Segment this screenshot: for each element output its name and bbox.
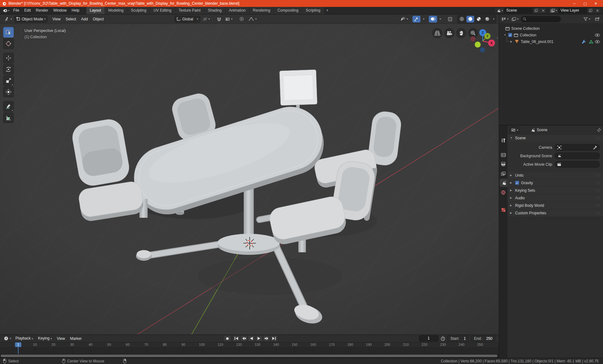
timeline-scrollbar[interactable] — [1, 355, 497, 357]
overlays-dropdown[interactable]: ▾ — [438, 16, 443, 23]
blender-logo-icon[interactable] — [1, 8, 8, 13]
timeline-ruler[interactable]: » 10203040506070809010011012013014015016… — [0, 342, 499, 354]
shading-rendered-button[interactable] — [483, 16, 491, 23]
viewport-menu-view[interactable]: View — [50, 16, 63, 23]
tab-scene[interactable] — [500, 179, 508, 187]
viewport-canvas[interactable] — [0, 24, 499, 335]
menu-render[interactable]: Render — [33, 7, 51, 14]
editor-type-button[interactable]: ▾ — [3, 16, 14, 23]
scene-selector[interactable]: ▾ Scene ✕ — [494, 8, 547, 13]
panel-keying-sets[interactable]: ▶Keying Sets:::: — [508, 187, 603, 194]
camera-field[interactable] — [555, 144, 600, 151]
snap-toggle[interactable] — [215, 16, 223, 23]
measure-tool[interactable] — [3, 112, 14, 123]
tab-uv-editing[interactable]: UV Editing — [150, 7, 175, 14]
auto-keyframe-button[interactable] — [224, 335, 231, 341]
proportional-falloff-dropdown[interactable]: ▾ — [247, 16, 258, 23]
pivot-point-dropdown[interactable]: ▾ — [201, 16, 212, 23]
object-visibility-dropdown[interactable]: ▾ — [398, 16, 410, 23]
scene-name[interactable]: Scene — [504, 8, 533, 13]
start-frame-field[interactable]: Start:1 — [447, 335, 469, 341]
panel-rigid-body-world[interactable]: ▶Rigid Body World:::: — [508, 202, 603, 209]
snap-target-dropdown[interactable]: ▾ — [224, 16, 234, 23]
menu-file[interactable]: File — [11, 7, 22, 14]
panel-drag-handle[interactable]: :::: — [596, 189, 600, 192]
prev-keyframe-button[interactable] — [240, 335, 247, 341]
panel-drag-handle[interactable]: :::: — [596, 211, 600, 215]
camera-view-icon[interactable] — [444, 28, 454, 38]
tab-scripting[interactable]: Scripting — [302, 7, 324, 14]
outliner-row-scene-collection[interactable]: Scene Collection — [499, 25, 603, 32]
current-frame-badge[interactable]: 1 — [15, 342, 21, 347]
tab-view-layer[interactable] — [499, 169, 508, 178]
tab-texture-paint[interactable]: Texture Paint — [175, 7, 204, 14]
panel-drag-handle[interactable]: :::: — [596, 181, 600, 185]
timeline-menu-playback[interactable]: Playback ▾ — [13, 335, 35, 342]
close-button[interactable]: ✕ — [590, 0, 601, 7]
annotate-tool[interactable] — [3, 101, 14, 112]
proportional-editing-toggle[interactable] — [237, 16, 246, 23]
gizmos-toggle[interactable] — [412, 16, 421, 23]
tab-sculpting[interactable]: Sculpting — [128, 7, 150, 14]
play-reverse-button[interactable] — [248, 335, 255, 341]
play-button[interactable] — [255, 335, 263, 341]
minimize-button[interactable]: ─ — [569, 0, 580, 7]
collection-label[interactable]: Collection — [520, 33, 536, 37]
outliner-row-object[interactable]: ▶ Table_06_pivot.001 — [499, 38, 603, 45]
eye-icon[interactable] — [595, 40, 600, 43]
viewport-menu-add[interactable]: Add — [79, 16, 90, 23]
overlays-toggle[interactable] — [429, 16, 437, 23]
jump-to-end-button[interactable] — [270, 335, 278, 341]
move-tool[interactable] — [3, 53, 14, 63]
panel-drag-handle[interactable]: :::: — [596, 196, 600, 200]
viewport-menu-object[interactable]: Object — [90, 16, 106, 23]
timeline-menu-marker[interactable]: Marker — [68, 335, 84, 342]
tab-output[interactable] — [499, 160, 508, 168]
outliner-filter-button[interactable]: ▾ — [582, 16, 592, 23]
eye-icon[interactable] — [595, 34, 600, 37]
new-collection-button[interactable] — [593, 16, 601, 23]
tab-render[interactable] — [499, 151, 508, 159]
3d-viewport[interactable]: ▾ Object Mode ▾ ViewSelectAddObject Glob… — [0, 14, 499, 335]
xray-toggle[interactable] — [446, 16, 454, 23]
outliner-search-input[interactable] — [521, 16, 561, 22]
end-frame-field[interactable]: End:250 — [471, 335, 496, 341]
tab-world[interactable] — [499, 188, 508, 196]
timeline-editor-type-button[interactable]: ▾ — [2, 335, 13, 342]
gizmo-minus-z[interactable] — [480, 47, 485, 52]
transform-tool[interactable] — [3, 87, 14, 97]
active-movie-clip-field[interactable] — [555, 161, 600, 168]
remove-view-layer-button[interactable]: ✕ — [594, 8, 601, 13]
panel-scene-header[interactable]: ▼ Scene :::: — [508, 134, 603, 141]
tab-shading[interactable]: Shading — [204, 7, 225, 14]
tab-modeling[interactable]: Modeling — [105, 7, 127, 14]
panel-custom-properties[interactable]: ▶Custom Properties:::: — [508, 209, 603, 217]
unlink-scene-button[interactable]: ✕ — [540, 8, 546, 13]
timeline-menu-view[interactable]: View — [54, 335, 68, 342]
navigation-gizmo[interactable]: Z Y X — [469, 26, 497, 55]
new-view-layer-button[interactable] — [587, 8, 594, 13]
menu-edit[interactable]: Edit — [22, 7, 33, 14]
gizmos-dropdown[interactable]: ▾ — [421, 16, 426, 23]
mode-dropdown[interactable]: Object Mode ▾ — [14, 16, 47, 23]
eyedropper-icon[interactable] — [593, 145, 597, 149]
sidebar-collapse-arrow[interactable]: ‹ — [497, 36, 498, 40]
tab-animation[interactable]: Animation — [225, 7, 249, 14]
panel-units[interactable]: ▶Units:::: — [508, 172, 603, 179]
panel-drag-handle[interactable]: :::: — [596, 204, 600, 207]
panel-gravity[interactable]: ▶✓Gravity:::: — [508, 179, 603, 187]
next-keyframe-button[interactable] — [263, 335, 270, 341]
maximize-button[interactable]: ▢ — [580, 0, 590, 7]
current-frame-field[interactable]: 1 — [419, 335, 438, 341]
cursor-tool[interactable] — [3, 38, 14, 49]
pan-hand-icon[interactable] — [456, 28, 466, 38]
object-label[interactable]: Table_06_pivot.001 — [521, 40, 553, 44]
tab-layout[interactable]: Layout — [86, 7, 105, 14]
tab-texture[interactable] — [499, 206, 508, 214]
pin-icon[interactable] — [597, 128, 601, 132]
menu-help[interactable]: Help — [69, 7, 82, 14]
perspective-grid-icon[interactable] — [432, 28, 443, 38]
shading-solid-button[interactable] — [466, 16, 474, 23]
panel-audio[interactable]: ▶Audio:::: — [508, 194, 603, 202]
tab-rendering[interactable]: Rendering — [249, 7, 274, 14]
